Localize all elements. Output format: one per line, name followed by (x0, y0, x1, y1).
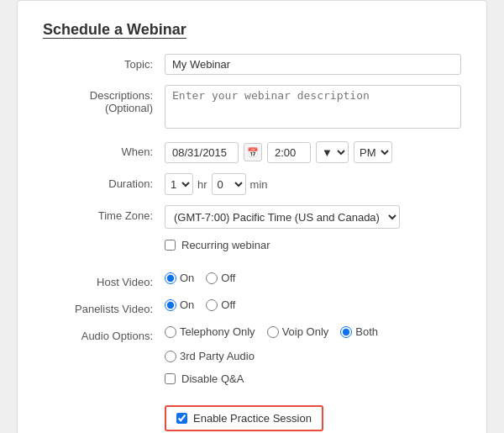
disable-qa-row: Disable Q&A (43, 372, 461, 395)
panelists-on-label[interactable]: On (180, 298, 194, 311)
min-label: min (250, 178, 268, 191)
enable-practice-checkbox[interactable] (176, 413, 187, 424)
time-select[interactable]: ▼ (316, 141, 349, 163)
host-on-radio[interactable] (165, 272, 176, 284)
audio-options-label: Audio Options: (43, 325, 165, 342)
topic-row: Topic: (43, 54, 461, 75)
timezone-select[interactable]: (GMT-7:00) Pacific Time (US and Canada) (165, 205, 400, 229)
audio-voip-item: Voip Only (267, 325, 329, 338)
panelists-video-row: Panelists Video: On Off (43, 298, 461, 315)
enable-practice-row: Enable Practice Session (43, 405, 461, 433)
panelists-control: On Off (165, 298, 461, 311)
disable-qa-checkbox[interactable] (165, 373, 176, 384)
when-control: 📅 ▼ PM AM (165, 141, 461, 163)
recurring-control: Recurring webinar (165, 239, 461, 261)
topic-control (165, 54, 461, 75)
audio-both-item: Both (340, 325, 378, 338)
host-off-item: Off (206, 272, 235, 284)
enable-practice-label[interactable]: Enable Practice Session (193, 412, 312, 425)
disable-qa-control: Disable Q&A (165, 372, 461, 395)
duration-min-select[interactable]: 0153045 (212, 173, 246, 195)
audio-telephony-radio[interactable] (165, 326, 176, 338)
panelists-off-item: Off (206, 298, 235, 311)
date-input[interactable] (165, 142, 239, 163)
enable-practice-box: Enable Practice Session (165, 405, 323, 431)
description-textarea[interactable] (165, 85, 461, 129)
host-on-item: On (165, 272, 194, 284)
host-off-label[interactable]: Off (221, 272, 235, 284)
panelists-label: Panelists Video: (43, 298, 165, 315)
time-input[interactable] (267, 142, 311, 163)
topic-input[interactable] (165, 54, 461, 75)
audio-options-row: Audio Options: Telephony Only Voip Only … (43, 325, 461, 362)
recurring-checkbox[interactable] (165, 240, 176, 251)
timezone-row: Time Zone: (GMT-7:00) Pacific Time (US a… (43, 205, 461, 229)
audio-options-control: Telephony Only Voip Only Both 3rd Party … (165, 325, 461, 362)
disable-qa-label[interactable]: Disable Q&A (181, 372, 244, 385)
host-video-label: Host Video: (43, 272, 165, 288)
panelists-on-item: On (165, 298, 194, 311)
audio-voip-radio[interactable] (267, 326, 279, 338)
duration-hr-select[interactable]: 123 (165, 173, 193, 195)
duration-row: Duration: 123 hr 0153045 min (43, 173, 461, 195)
panelists-off-radio[interactable] (206, 299, 218, 311)
ampm-select[interactable]: PM AM (354, 141, 392, 163)
audio-3rdparty-item: 3rd Party Audio (165, 350, 255, 362)
audio-both-radio[interactable] (340, 326, 352, 338)
panelists-on-radio[interactable] (165, 299, 176, 311)
timezone-label: Time Zone: (43, 205, 165, 222)
description-label: Descriptions: (Optional) (43, 85, 165, 114)
audio-telephony-label[interactable]: Telephony Only (180, 325, 255, 338)
calendar-icon[interactable]: 📅 (244, 143, 262, 161)
audio-telephony-item: Telephony Only (165, 325, 255, 338)
host-video-control: On Off (165, 272, 461, 284)
panelists-off-label[interactable]: Off (221, 298, 235, 311)
description-row: Descriptions: (Optional) (43, 85, 461, 131)
description-control (165, 85, 461, 131)
host-on-label[interactable]: On (180, 272, 194, 284)
timezone-control: (GMT-7:00) Pacific Time (US and Canada) (165, 205, 461, 229)
recurring-row: Recurring webinar (43, 239, 461, 261)
hr-label: hr (197, 178, 207, 191)
audio-3rdparty-label[interactable]: 3rd Party Audio (180, 350, 255, 362)
host-off-radio[interactable] (206, 272, 218, 284)
audio-3rdparty-radio[interactable] (165, 351, 176, 362)
duration-label: Duration: (43, 173, 165, 190)
when-label: When: (43, 141, 165, 158)
schedule-webinar-card: Schedule a Webinar Topic: Descriptions: … (17, 0, 487, 433)
page-title: Schedule a Webinar (43, 21, 461, 39)
recurring-label[interactable]: Recurring webinar (181, 239, 270, 251)
audio-voip-label[interactable]: Voip Only (282, 325, 329, 338)
audio-both-label[interactable]: Both (355, 325, 378, 338)
when-row: When: 📅 ▼ PM AM (43, 141, 461, 163)
host-video-row: Host Video: On Off (43, 272, 461, 288)
duration-control: 123 hr 0153045 min (165, 173, 461, 195)
topic-label: Topic: (43, 54, 165, 71)
